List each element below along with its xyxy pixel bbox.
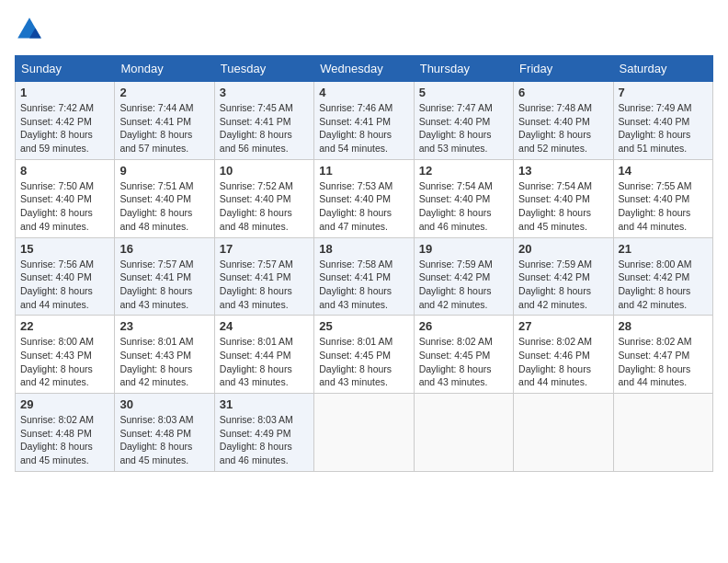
calendar-week-row: 15 Sunrise: 7:56 AM Sunset: 4:40 PM Dayl… (16, 237, 713, 316)
day-number: 1 (20, 86, 109, 99)
day-number: 25 (319, 319, 408, 333)
calendar-cell: 20 Sunrise: 7:59 AM Sunset: 4:42 PM Dayl… (514, 237, 613, 316)
day-info: Sunrise: 8:03 AM Sunset: 4:49 PM Dayligh… (220, 413, 309, 467)
day-number: 14 (619, 164, 708, 178)
weekday-header-row: SundayMondayTuesdayWednesdayThursdayFrid… (16, 56, 713, 82)
calendar-cell: 17 Sunrise: 7:57 AM Sunset: 4:41 PM Dayl… (214, 237, 313, 316)
calendar-cell: 3 Sunrise: 7:45 AM Sunset: 4:41 PM Dayli… (214, 82, 313, 160)
calendar-cell: 31 Sunrise: 8:03 AM Sunset: 4:49 PM Dayl… (214, 394, 313, 472)
day-info: Sunrise: 7:46 AM Sunset: 4:41 PM Dayligh… (319, 101, 408, 155)
day-number: 26 (419, 319, 508, 333)
day-info: Sunrise: 7:42 AM Sunset: 4:42 PM Dayligh… (20, 101, 109, 155)
weekday-header-cell: Sunday (16, 56, 115, 82)
calendar-cell (414, 394, 513, 472)
day-number: 17 (220, 242, 309, 256)
day-info: Sunrise: 7:53 AM Sunset: 4:40 PM Dayligh… (319, 179, 408, 234)
calendar-body: 1 Sunrise: 7:42 AM Sunset: 4:42 PM Dayli… (16, 82, 713, 472)
calendar-cell (314, 394, 414, 472)
day-info: Sunrise: 7:47 AM Sunset: 4:40 PM Dayligh… (419, 101, 508, 155)
day-info: Sunrise: 8:01 AM Sunset: 4:43 PM Dayligh… (119, 335, 209, 389)
calendar-cell (613, 394, 712, 472)
calendar-cell: 5 Sunrise: 7:47 AM Sunset: 4:40 PM Dayli… (414, 82, 513, 160)
calendar-cell: 27 Sunrise: 8:02 AM Sunset: 4:46 PM Dayl… (514, 316, 613, 394)
calendar-cell: 10 Sunrise: 7:52 AM Sunset: 4:40 PM Dayl… (214, 159, 313, 237)
calendar-cell: 9 Sunrise: 7:51 AM Sunset: 4:40 PM Dayli… (115, 159, 214, 237)
day-number: 28 (619, 319, 708, 333)
weekday-header-cell: Monday (115, 56, 214, 82)
calendar-cell: 19 Sunrise: 7:59 AM Sunset: 4:42 PM Dayl… (414, 237, 513, 316)
day-info: Sunrise: 8:03 AM Sunset: 4:48 PM Dayligh… (119, 413, 209, 467)
calendar-cell: 18 Sunrise: 7:58 AM Sunset: 4:41 PM Dayl… (314, 237, 414, 316)
day-number: 24 (220, 319, 309, 333)
day-number: 23 (119, 319, 209, 333)
calendar-cell: 28 Sunrise: 8:02 AM Sunset: 4:47 PM Dayl… (613, 316, 712, 394)
calendar-cell: 8 Sunrise: 7:50 AM Sunset: 4:40 PM Dayli… (16, 159, 115, 237)
day-info: Sunrise: 8:00 AM Sunset: 4:43 PM Dayligh… (20, 335, 109, 389)
calendar-cell: 13 Sunrise: 7:54 AM Sunset: 4:40 PM Dayl… (514, 159, 613, 237)
calendar-cell: 29 Sunrise: 8:02 AM Sunset: 4:48 PM Dayl… (16, 394, 115, 472)
day-number: 7 (619, 86, 708, 99)
day-info: Sunrise: 7:59 AM Sunset: 4:42 PM Dayligh… (518, 258, 608, 312)
calendar-week-row: 29 Sunrise: 8:02 AM Sunset: 4:48 PM Dayl… (16, 394, 713, 472)
day-info: Sunrise: 7:54 AM Sunset: 4:40 PM Dayligh… (419, 179, 508, 234)
day-number: 11 (319, 164, 408, 178)
day-info: Sunrise: 7:44 AM Sunset: 4:41 PM Dayligh… (119, 101, 209, 155)
calendar-cell: 21 Sunrise: 8:00 AM Sunset: 4:42 PM Dayl… (613, 237, 712, 316)
day-info: Sunrise: 7:49 AM Sunset: 4:40 PM Dayligh… (619, 101, 708, 155)
calendar-cell: 4 Sunrise: 7:46 AM Sunset: 4:41 PM Dayli… (314, 82, 414, 160)
day-info: Sunrise: 7:57 AM Sunset: 4:41 PM Dayligh… (119, 258, 209, 312)
day-number: 18 (319, 242, 408, 256)
day-info: Sunrise: 7:45 AM Sunset: 4:41 PM Dayligh… (220, 101, 309, 155)
day-number: 31 (220, 397, 309, 411)
day-number: 13 (518, 164, 608, 178)
calendar-cell: 2 Sunrise: 7:44 AM Sunset: 4:41 PM Dayli… (115, 82, 214, 160)
day-number: 29 (20, 397, 109, 411)
calendar-week-row: 8 Sunrise: 7:50 AM Sunset: 4:40 PM Dayli… (16, 159, 713, 237)
day-info: Sunrise: 7:56 AM Sunset: 4:40 PM Dayligh… (20, 258, 109, 312)
calendar-week-row: 1 Sunrise: 7:42 AM Sunset: 4:42 PM Dayli… (16, 82, 713, 160)
day-number: 16 (119, 242, 209, 256)
calendar-week-row: 22 Sunrise: 8:00 AM Sunset: 4:43 PM Dayl… (16, 316, 713, 394)
day-info: Sunrise: 7:48 AM Sunset: 4:40 PM Dayligh… (518, 101, 608, 155)
day-number: 3 (220, 86, 309, 99)
calendar-cell (514, 394, 613, 472)
weekday-header-cell: Friday (514, 56, 613, 82)
calendar-cell: 23 Sunrise: 8:01 AM Sunset: 4:43 PM Dayl… (115, 316, 214, 394)
weekday-header-cell: Wednesday (314, 56, 414, 82)
day-info: Sunrise: 8:00 AM Sunset: 4:42 PM Dayligh… (619, 258, 708, 312)
day-number: 27 (518, 319, 608, 333)
day-number: 5 (419, 86, 508, 99)
day-info: Sunrise: 8:01 AM Sunset: 4:44 PM Dayligh… (220, 335, 309, 389)
calendar-cell: 22 Sunrise: 8:00 AM Sunset: 4:43 PM Dayl… (16, 316, 115, 394)
day-info: Sunrise: 7:51 AM Sunset: 4:40 PM Dayligh… (119, 179, 209, 234)
calendar-table: SundayMondayTuesdayWednesdayThursdayFrid… (15, 55, 713, 472)
calendar-cell: 16 Sunrise: 7:57 AM Sunset: 4:41 PM Dayl… (115, 237, 214, 316)
day-info: Sunrise: 7:57 AM Sunset: 4:41 PM Dayligh… (220, 258, 309, 312)
calendar-cell: 24 Sunrise: 8:01 AM Sunset: 4:44 PM Dayl… (214, 316, 313, 394)
calendar-cell: 14 Sunrise: 7:55 AM Sunset: 4:40 PM Dayl… (613, 159, 712, 237)
day-number: 4 (319, 86, 408, 99)
day-number: 19 (419, 242, 508, 256)
day-info: Sunrise: 7:50 AM Sunset: 4:40 PM Dayligh… (20, 179, 109, 234)
calendar-cell: 1 Sunrise: 7:42 AM Sunset: 4:42 PM Dayli… (16, 82, 115, 160)
weekday-header-cell: Saturday (613, 56, 712, 82)
logo (15, 15, 48, 44)
day-number: 2 (119, 86, 209, 99)
day-info: Sunrise: 7:54 AM Sunset: 4:40 PM Dayligh… (518, 179, 608, 234)
day-number: 21 (619, 242, 708, 256)
day-info: Sunrise: 8:02 AM Sunset: 4:46 PM Dayligh… (518, 335, 608, 389)
weekday-header-cell: Thursday (414, 56, 513, 82)
calendar-cell: 12 Sunrise: 7:54 AM Sunset: 4:40 PM Dayl… (414, 159, 513, 237)
page-header (15, 15, 713, 44)
calendar-cell: 26 Sunrise: 8:02 AM Sunset: 4:45 PM Dayl… (414, 316, 513, 394)
day-number: 6 (518, 86, 608, 99)
day-number: 15 (20, 242, 109, 256)
day-number: 8 (20, 164, 109, 178)
calendar-cell: 15 Sunrise: 7:56 AM Sunset: 4:40 PM Dayl… (16, 237, 115, 316)
day-info: Sunrise: 7:58 AM Sunset: 4:41 PM Dayligh… (319, 258, 408, 312)
day-number: 20 (518, 242, 608, 256)
logo-icon (15, 15, 44, 44)
day-info: Sunrise: 8:02 AM Sunset: 4:45 PM Dayligh… (419, 335, 508, 389)
calendar-cell: 6 Sunrise: 7:48 AM Sunset: 4:40 PM Dayli… (514, 82, 613, 160)
day-number: 9 (119, 164, 209, 178)
